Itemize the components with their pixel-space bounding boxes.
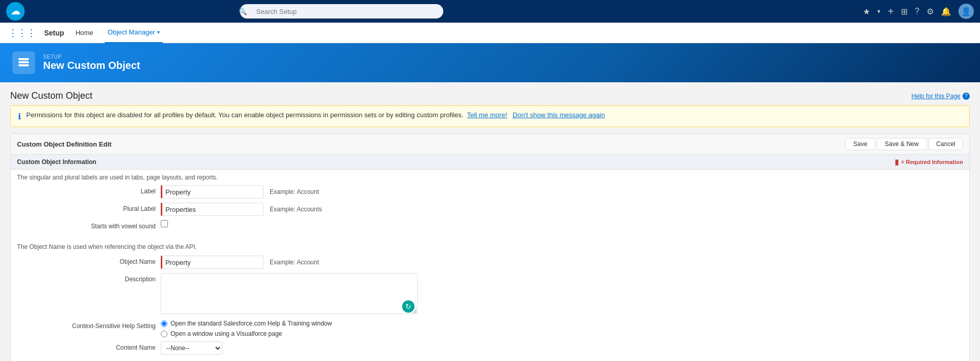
label-field-row: Label Example: Account	[17, 185, 963, 198]
required-legend: ▮ = Required Information	[895, 158, 963, 166]
definition-edit-card: Custom Object Definition Edit Save Save …	[10, 133, 970, 361]
textarea-wrap: ↻	[161, 273, 418, 316]
header-icon	[12, 51, 35, 74]
object-name-input[interactable]	[161, 256, 263, 269]
dont-show-link[interactable]: Don't show this message again	[513, 111, 605, 119]
api-note: The Object Name is used when referencing…	[11, 240, 969, 254]
help-circle-icon: ?	[963, 93, 970, 100]
svg-rect-1	[18, 61, 29, 63]
favorites-dropdown[interactable]: ▾	[877, 8, 880, 15]
help-option-2-label: Open a window using a Visualforce page	[171, 330, 282, 337]
top-nav-actions: ★ ▾ + ⊞ ? ⚙ 🔔 👤	[863, 4, 974, 19]
vowel-checkbox[interactable]	[161, 220, 168, 227]
plural-label-field-container: Example: Accounts	[161, 203, 963, 216]
waffle-icon[interactable]: ⋮⋮⋮	[8, 27, 36, 39]
help-button[interactable]: ?	[915, 7, 919, 16]
settings-button[interactable]: ⚙	[927, 7, 934, 16]
help-radio-1[interactable]	[161, 320, 167, 327]
setup-label: SETUP	[43, 54, 140, 60]
help-link[interactable]: Help for this Page ?	[912, 93, 970, 100]
plural-label-example: Example: Accounts	[270, 206, 322, 213]
help-link-text: Help for this Page	[912, 93, 960, 100]
search-icon: 🔍	[239, 8, 247, 15]
description-textarea[interactable]	[161, 273, 418, 314]
context-help-field-container: Open the standard Salesforce.com Help & …	[161, 320, 963, 337]
description-field-container: ↻	[161, 273, 963, 316]
content-card-header: New Custom Object Help for this Page ?	[10, 91, 970, 101]
avatar[interactable]: 👤	[958, 4, 974, 19]
second-navigation: ⋮⋮⋮ Setup Home Object Manager ▾	[0, 23, 980, 43]
plural-label-field-row: Plural Label Example: Accounts	[17, 203, 963, 216]
content-name-field-container: --None--	[161, 341, 963, 355]
object-name-example: Example: Account	[270, 259, 319, 266]
info-icon: ℹ	[18, 112, 21, 121]
salesforce-logo[interactable]: ☁	[6, 2, 25, 21]
card-title: New Custom Object	[10, 91, 92, 101]
description-field-row: Description ↻	[17, 273, 963, 316]
label-field-container: Example: Account	[161, 185, 963, 198]
cancel-button[interactable]: Cancel	[929, 138, 963, 150]
notifications-button[interactable]: 🔔	[941, 7, 951, 16]
top-navigation: ☁ 🔍 ★ ▾ + ⊞ ? ⚙ 🔔 👤	[0, 0, 980, 23]
save-button[interactable]: Save	[845, 138, 875, 150]
object-name-field-label: Object Name	[17, 256, 161, 265]
info-banner-text: Permissions for this object are disabled…	[26, 111, 962, 119]
help-radio-2[interactable]	[161, 331, 167, 337]
section-header: Custom Object Information ▮ = Required I…	[11, 155, 969, 170]
save-new-button[interactable]: Save & New	[877, 138, 927, 150]
favorites-button[interactable]: ★	[863, 7, 870, 16]
help-option-2[interactable]: Open a window using a Visualforce page	[161, 330, 332, 337]
section-description: The singular and plural labels are used …	[11, 170, 969, 183]
definition-edit-title: Custom Object Definition Edit	[17, 140, 111, 148]
object-name-field-container: Example: Account	[161, 256, 963, 269]
page-header-banner: SETUP New Custom Object	[0, 43, 980, 82]
info-banner: ℹ Permissions for this object are disabl…	[10, 105, 970, 127]
content-name-select[interactable]: --None--	[161, 341, 222, 355]
content-name-field-row: Content Name --None--	[17, 341, 963, 355]
object-manager-label: Object Manager	[108, 28, 156, 36]
main-scroll-area[interactable]: New Custom Object Help for this Page ? ℹ…	[0, 82, 980, 361]
help-option-1-label: Open the standard Salesforce.com Help & …	[171, 320, 332, 327]
context-help-field-row: Context-Sensitive Help Setting Open the …	[17, 320, 963, 337]
label-input[interactable]	[161, 185, 263, 198]
page-header-title: New Custom Object	[43, 60, 140, 71]
tell-me-more-link[interactable]: Tell me more!	[467, 111, 507, 119]
label-field-label: Label	[17, 185, 161, 195]
svg-rect-0	[18, 58, 29, 60]
object-name-form-body: Object Name Example: Account Description…	[11, 254, 969, 361]
nav-item-home[interactable]: Home	[72, 23, 97, 43]
app-name[interactable]: Setup	[44, 29, 64, 37]
description-field-label: Description	[17, 273, 161, 283]
search-input[interactable]	[240, 4, 443, 19]
waffle-apps-button[interactable]: ⊞	[901, 7, 908, 16]
action-buttons: Save Save & New Cancel	[845, 138, 963, 150]
vowel-field-row: Starts with vowel sound	[17, 220, 963, 230]
plural-label-input[interactable]	[161, 203, 263, 216]
object-name-field-row: Object Name Example: Account	[17, 256, 963, 269]
add-button[interactable]: +	[888, 6, 894, 17]
vowel-field-label: Starts with vowel sound	[17, 220, 161, 230]
vowel-field-container	[161, 220, 963, 227]
main-content: New Custom Object Help for this Page ? ℹ…	[0, 82, 980, 361]
form-body: Label Example: Account Plural Label Exam…	[11, 183, 969, 240]
help-option-1[interactable]: Open the standard Salesforce.com Help & …	[161, 320, 332, 327]
context-help-field-label: Context-Sensitive Help Setting	[17, 320, 161, 330]
chevron-down-icon: ▾	[157, 29, 160, 35]
plural-label-field-label: Plural Label	[17, 203, 161, 212]
content-name-field-label: Content Name	[17, 341, 161, 351]
ai-assist-icon[interactable]: ↻	[402, 300, 414, 313]
header-text: SETUP New Custom Object	[43, 54, 140, 71]
definition-edit-header: Custom Object Definition Edit Save Save …	[11, 134, 969, 155]
context-help-radio-group: Open the standard Salesforce.com Help & …	[161, 320, 332, 337]
svg-rect-2	[18, 64, 29, 66]
label-example: Example: Account	[270, 188, 319, 195]
nav-item-object-manager[interactable]: Object Manager ▾	[105, 23, 163, 43]
section-title: Custom Object Information	[17, 158, 97, 166]
